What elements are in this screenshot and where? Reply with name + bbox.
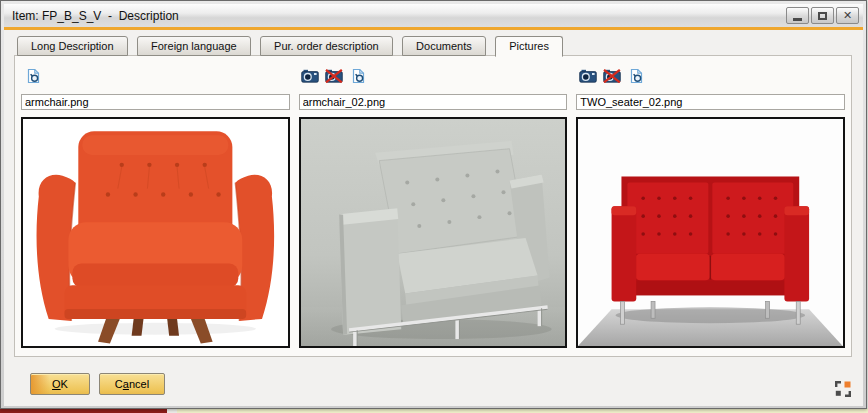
tab-foreign-language[interactable]: Foreign language — [137, 36, 251, 56]
close-icon: ✕ — [843, 10, 852, 21]
filename-field-3[interactable] — [576, 94, 845, 110]
picture-frame-3[interactable] — [576, 117, 845, 348]
item-description-dialog: Item: FP_B_S_V - Description ✕ Long Desc… — [0, 0, 867, 409]
tab-pictures[interactable]: Pictures — [495, 36, 563, 57]
titlebar[interactable]: Item: FP_B_S_V - Description ✕ — [4, 4, 863, 27]
attach-picture-icon[interactable] — [301, 69, 320, 84]
expand-form-icon[interactable] — [835, 381, 851, 397]
picture-frame-1[interactable] — [21, 117, 290, 348]
picture-column-2 — [299, 66, 568, 348]
tab-documents[interactable]: Documents — [402, 36, 486, 56]
cancel-button[interactable]: Cancel — [99, 373, 165, 395]
picture-toolbar-1 — [23, 67, 290, 85]
preview-picture-icon[interactable] — [23, 69, 42, 84]
picture-frame-2[interactable] — [299, 117, 568, 348]
pictures-tab-panel — [14, 55, 852, 357]
ok-button[interactable]: OK — [30, 373, 90, 395]
armchair-photo — [23, 119, 288, 346]
picture-columns — [21, 66, 845, 348]
maximize-icon — [818, 12, 827, 20]
tab-long-description[interactable]: Long Description — [17, 36, 128, 56]
filename-field-2[interactable] — [299, 94, 568, 110]
picture-toolbar-3 — [578, 67, 845, 85]
dialog-body: Long Description Foreign language Pur. o… — [4, 30, 863, 406]
dialog-footer: OK Cancel — [30, 373, 863, 395]
window-title: Item: FP_B_S_V - Description — [12, 9, 784, 23]
gray-armchair-photo — [301, 119, 566, 346]
delete-picture-icon[interactable] — [325, 69, 344, 84]
red-sofa-photo — [578, 119, 843, 346]
picture-column-3 — [576, 66, 845, 348]
minimize-button[interactable] — [786, 7, 809, 24]
attach-picture-icon[interactable] — [578, 69, 597, 84]
maximize-button[interactable] — [811, 7, 834, 24]
tab-strip: Long Description Foreign language Pur. o… — [4, 30, 863, 56]
picture-column-1 — [21, 66, 290, 348]
preview-picture-icon[interactable] — [349, 69, 368, 84]
picture-toolbar-2 — [301, 67, 568, 85]
minimize-icon — [793, 18, 802, 21]
preview-picture-icon[interactable] — [626, 69, 645, 84]
filename-field-1[interactable] — [21, 94, 290, 110]
delete-picture-icon[interactable] — [602, 69, 621, 84]
tab-pur-order-description[interactable]: Pur. order description — [260, 36, 393, 56]
close-button[interactable]: ✕ — [836, 7, 859, 24]
